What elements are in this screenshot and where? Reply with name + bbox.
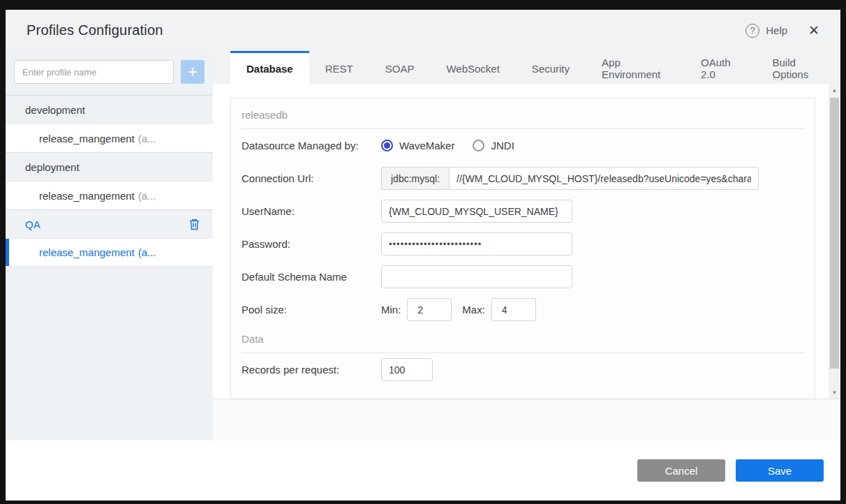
pool-size-group: Min: Max:: [381, 298, 536, 321]
group-label: deployment: [25, 161, 200, 173]
profiles-sidebar: + development release_mangement (a... de…: [6, 51, 213, 440]
scroll-up-icon[interactable]: ▲: [829, 85, 840, 96]
connection-url-input[interactable]: [449, 167, 759, 190]
group-label: QA: [25, 218, 188, 230]
item-label: release_mangement: [39, 133, 135, 144]
profile-create-row: +: [6, 51, 213, 92]
pool-size-label: Pool size:: [242, 304, 381, 316]
pool-max-label: Max:: [462, 304, 485, 316]
pool-min-label: Min:: [381, 304, 401, 316]
username-row: UserName:: [242, 195, 804, 228]
help-label: Help: [766, 24, 787, 36]
add-profile-button[interactable]: +: [181, 60, 205, 84]
db-section-title: releasedb: [242, 98, 804, 128]
pool-max-input[interactable]: [491, 298, 536, 321]
help-button[interactable]: ? Help: [745, 24, 787, 38]
radio-wavemaker-label: WaveMaker: [399, 140, 454, 151]
connection-url-row: Connection Url: jdbc:mysql:: [242, 162, 804, 195]
tab-app-environment[interactable]: App Environment: [586, 51, 685, 84]
tab-database[interactable]: Database: [230, 51, 309, 84]
profile-name-input[interactable]: [14, 60, 174, 84]
sidebar-group-deployment[interactable]: deployment: [6, 152, 213, 181]
connection-url-prefix: jdbc:mysql:: [381, 167, 449, 190]
close-icon[interactable]: ✕: [808, 22, 819, 38]
tab-content-database: releasedb Datasource Managed by: WaveMak…: [213, 84, 840, 440]
tab-soap[interactable]: SOAP: [369, 51, 431, 84]
scrollbar-thumb[interactable]: [830, 98, 839, 369]
profiles-configuration-dialog: Profiles Configuration ? Help ✕ + develo…: [6, 10, 840, 501]
pool-size-row: Pool size: Min: Max:: [242, 293, 804, 326]
sidebar-group-qa[interactable]: QA: [6, 209, 213, 238]
tab-build-options[interactable]: Build Options: [757, 51, 840, 84]
records-per-request-label: Records per request:: [242, 364, 381, 376]
database-config-card: releasedb Datasource Managed by: WaveMak…: [230, 98, 815, 399]
radio-wavemaker[interactable]: WaveMaker: [381, 140, 454, 151]
dialog-header: Profiles Configuration ? Help ✕: [6, 10, 840, 51]
cancel-button[interactable]: Cancel: [637, 459, 725, 482]
dialog-body: + development release_mangement (a... de…: [6, 51, 840, 440]
vertical-scrollbar[interactable]: ▲ ▼: [829, 84, 840, 399]
content-filler: [213, 399, 840, 440]
dialog-title: Profiles Configuration: [27, 22, 163, 38]
tab-security[interactable]: Security: [516, 51, 586, 84]
records-per-request-input[interactable]: [381, 358, 433, 381]
delete-profile-icon[interactable]: [188, 218, 200, 230]
item-label-suffix: (a...: [138, 246, 156, 258]
item-label: release_mangement: [39, 190, 135, 202]
help-icon: ?: [745, 24, 759, 38]
connection-url-group: jdbc:mysql:: [381, 167, 759, 190]
datasource-label: Datasource Managed by:: [242, 140, 381, 151]
item-label-suffix: (a...: [138, 133, 156, 144]
group-label: development: [25, 104, 200, 116]
password-row: Password:: [242, 228, 804, 260]
item-label-suffix: (a...: [138, 190, 156, 202]
sidebar-item-release-mangement-deploy[interactable]: release_mangement (a...: [6, 181, 213, 209]
password-label: Password:: [242, 238, 381, 250]
scroll-down-icon[interactable]: ▼: [829, 387, 840, 398]
data-section-title: Data: [242, 326, 804, 353]
records-per-request-row: Records per request:: [242, 353, 804, 386]
radio-unselected-icon: [473, 140, 484, 151]
tab-rest[interactable]: REST: [309, 51, 369, 84]
config-tabbar: Database REST SOAP WebSocket Security Ap…: [213, 51, 840, 84]
radio-selected-icon: [381, 140, 393, 151]
save-button[interactable]: Save: [736, 459, 824, 482]
profile-list: development release_mangement (a... depl…: [6, 95, 213, 267]
datasource-radio-group: WaveMaker JNDI: [381, 140, 514, 151]
sidebar-group-development[interactable]: development: [6, 95, 213, 124]
connection-url-label: Connection Url:: [242, 172, 381, 184]
sidebar-item-release-mangement-dev[interactable]: release_mangement (a...: [6, 124, 213, 152]
tab-websocket[interactable]: WebSocket: [430, 51, 515, 84]
default-schema-input[interactable]: [381, 265, 572, 288]
database-scrollview: releasedb Datasource Managed by: WaveMak…: [213, 84, 840, 399]
tab-oauth[interactable]: OAuth 2.0: [685, 51, 756, 84]
sidebar-item-release-mangement-qa[interactable]: release_mangement (a...: [6, 238, 213, 267]
item-label: release_mangement: [39, 246, 135, 258]
username-input[interactable]: [381, 200, 572, 223]
config-panel: Database REST SOAP WebSocket Security Ap…: [213, 51, 840, 440]
default-schema-row: Default Schema Name: [242, 260, 804, 293]
pool-min-input[interactable]: [407, 298, 452, 321]
username-label: UserName:: [242, 205, 381, 217]
default-schema-label: Default Schema Name: [242, 271, 381, 283]
radio-jndi[interactable]: JNDI: [473, 140, 514, 151]
password-input[interactable]: [381, 232, 572, 255]
radio-jndi-label: JNDI: [491, 140, 514, 151]
datasource-row: Datasource Managed by: WaveMaker JNDI: [242, 129, 804, 162]
dialog-footer: Cancel Save: [6, 440, 840, 501]
